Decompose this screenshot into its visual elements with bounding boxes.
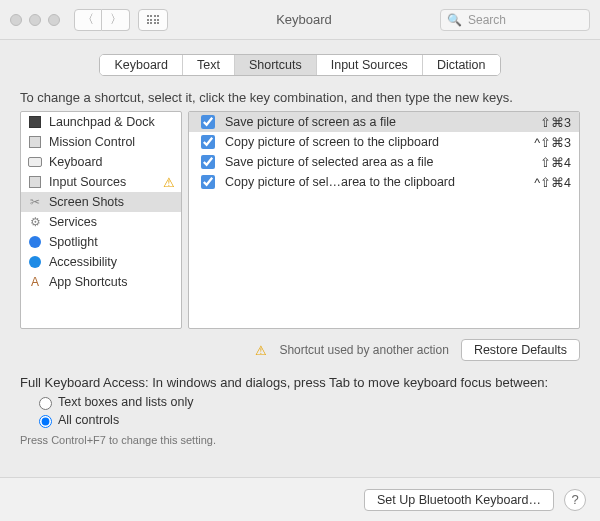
app-shortcuts-icon: A	[27, 274, 43, 290]
zoom-icon[interactable]	[48, 14, 60, 26]
keyboard-icon	[27, 154, 43, 170]
category-label: Accessibility	[49, 255, 117, 269]
shortcut-row[interactable]: Save picture of screen as a file ⇧⌘3	[189, 112, 579, 132]
shortcut-checkbox[interactable]	[201, 155, 215, 169]
grid-icon	[147, 15, 160, 24]
tab-shortcuts[interactable]: Shortcuts	[235, 55, 317, 75]
shortcut-label: Copy picture of sel…area to the clipboar…	[225, 175, 526, 189]
fka-label-b: All controls	[58, 413, 119, 427]
launchpad-icon	[27, 114, 43, 130]
shortcut-checkbox[interactable]	[201, 135, 215, 149]
nav-buttons: 〈 〉	[74, 9, 130, 31]
forward-button[interactable]: 〉	[102, 9, 130, 31]
shortcut-keys[interactable]: ^⇧⌘3	[526, 135, 571, 150]
category-services[interactable]: ⚙ Services	[21, 212, 181, 232]
category-launchpad[interactable]: Launchpad & Dock	[21, 112, 181, 132]
full-keyboard-access: Full Keyboard Access: In windows and dia…	[20, 375, 580, 446]
shortcut-label: Save picture of screen as a file	[225, 115, 532, 129]
back-button[interactable]: 〈	[74, 9, 102, 31]
category-input-sources[interactable]: Input Sources ⚠	[21, 172, 181, 192]
category-keyboard[interactable]: Keyboard	[21, 152, 181, 172]
accessibility-icon	[27, 254, 43, 270]
category-accessibility[interactable]: Accessibility	[21, 252, 181, 272]
tab-bar: Keyboard Text Shortcuts Input Sources Di…	[20, 54, 580, 76]
tab-row: Keyboard Text Shortcuts Input Sources Di…	[99, 54, 500, 76]
category-label: Input Sources	[49, 175, 126, 189]
category-label: Keyboard	[49, 155, 103, 169]
category-label: Screen Shots	[49, 195, 124, 209]
shortcut-keys[interactable]: ^⇧⌘4	[526, 175, 571, 190]
shortcut-label: Save picture of selected area as a file	[225, 155, 532, 169]
category-label: Services	[49, 215, 97, 229]
spotlight-icon	[27, 234, 43, 250]
shortcut-keys[interactable]: ⇧⌘4	[532, 155, 571, 170]
category-label: Launchpad & Dock	[49, 115, 155, 129]
fka-radio-a[interactable]	[39, 397, 52, 410]
minimize-icon[interactable]	[29, 14, 41, 26]
fka-label-a: Text boxes and lists only	[58, 395, 194, 409]
category-list[interactable]: Launchpad & Dock Mission Control Keyboar…	[20, 111, 182, 329]
content-area: Keyboard Text Shortcuts Input Sources Di…	[0, 40, 600, 456]
tab-input-sources[interactable]: Input Sources	[317, 55, 423, 75]
conflict-note: Shortcut used by another action	[279, 343, 448, 357]
shortcut-keys[interactable]: ⇧⌘3	[532, 115, 571, 130]
tab-dictation[interactable]: Dictation	[423, 55, 500, 75]
panes: Launchpad & Dock Mission Control Keyboar…	[20, 111, 580, 329]
category-spotlight[interactable]: Spotlight	[21, 232, 181, 252]
below-panes: ⚠ Shortcut used by another action Restor…	[20, 339, 580, 361]
fka-hint: Press Control+F7 to change this setting.	[20, 434, 580, 446]
shortcut-row[interactable]: Save picture of selected area as a file …	[189, 152, 579, 172]
close-icon[interactable]	[10, 14, 22, 26]
category-screen-shots[interactable]: ✂ Screen Shots	[21, 192, 181, 212]
mission-control-icon	[27, 134, 43, 150]
category-label: Mission Control	[49, 135, 135, 149]
shortcut-label: Copy picture of screen to the clipboard	[225, 135, 526, 149]
window-controls	[10, 14, 60, 26]
screenshots-icon: ✂	[27, 194, 43, 210]
window-title: Keyboard	[168, 12, 440, 27]
fka-intro: Full Keyboard Access: In windows and dia…	[20, 375, 580, 390]
setup-bluetooth-button[interactable]: Set Up Bluetooth Keyboard…	[364, 489, 554, 511]
titlebar: 〈 〉 Keyboard 🔍	[0, 0, 600, 40]
restore-defaults-button[interactable]: Restore Defaults	[461, 339, 580, 361]
fka-option-textboxes[interactable]: Text boxes and lists only	[34, 394, 580, 410]
category-app-shortcuts[interactable]: A App Shortcuts	[21, 272, 181, 292]
category-mission-control[interactable]: Mission Control	[21, 132, 181, 152]
category-label: Spotlight	[49, 235, 98, 249]
services-icon: ⚙	[27, 214, 43, 230]
shortcut-row[interactable]: Copy picture of sel…area to the clipboar…	[189, 172, 579, 192]
fka-radio-b[interactable]	[39, 415, 52, 428]
shortcut-list[interactable]: Save picture of screen as a file ⇧⌘3 Cop…	[188, 111, 580, 329]
show-all-button[interactable]	[138, 9, 168, 31]
footer: Set Up Bluetooth Keyboard… ?	[0, 477, 600, 521]
instruction-text: To change a shortcut, select it, click t…	[20, 90, 580, 105]
tab-keyboard[interactable]: Keyboard	[100, 55, 183, 75]
shortcut-row[interactable]: Copy picture of screen to the clipboard …	[189, 132, 579, 152]
search-field[interactable]: 🔍	[440, 9, 590, 31]
shortcut-checkbox[interactable]	[201, 115, 215, 129]
shortcut-checkbox[interactable]	[201, 175, 215, 189]
fka-option-all[interactable]: All controls	[34, 412, 580, 428]
category-label: App Shortcuts	[49, 275, 128, 289]
warning-icon: ⚠	[255, 343, 267, 358]
warning-icon: ⚠	[163, 175, 175, 190]
search-icon: 🔍	[447, 13, 462, 27]
input-sources-icon	[27, 174, 43, 190]
tab-text[interactable]: Text	[183, 55, 235, 75]
search-input[interactable]	[466, 12, 583, 28]
help-button[interactable]: ?	[564, 489, 586, 511]
